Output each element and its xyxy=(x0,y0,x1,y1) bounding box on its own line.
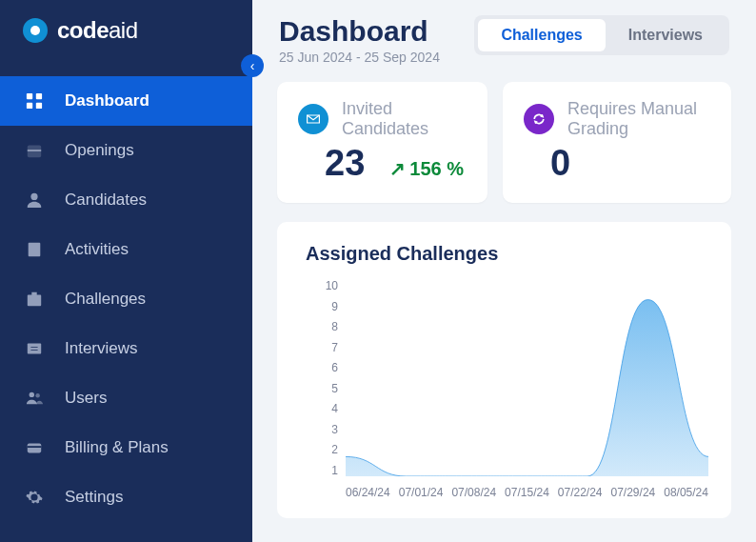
sidebar-item-candidates[interactable]: Candidates xyxy=(0,175,252,225)
main-content: Dashboard 25 Jun 2024 - 25 Sep 2024 Chal… xyxy=(252,0,756,542)
logo-mark-icon xyxy=(23,18,48,43)
card-value: 0 xyxy=(550,143,570,184)
svg-rect-9 xyxy=(28,446,41,448)
sidebar-nav: Dashboard Openings Candidates Activities… xyxy=(0,61,252,522)
svg-rect-1 xyxy=(36,93,42,99)
settings-icon xyxy=(25,488,44,507)
tab-challenges[interactable]: Challenges xyxy=(478,19,605,51)
tab-interviews[interactable]: Interviews xyxy=(606,19,726,51)
chart-title: Assigned Challenges xyxy=(306,243,708,265)
sidebar-item-label: Dashboard xyxy=(65,91,149,110)
candidates-icon xyxy=(25,191,44,210)
y-tick: 2 xyxy=(311,444,338,455)
sidebar-item-settings[interactable]: Settings xyxy=(0,472,252,522)
sidebar-item-openings[interactable]: Openings xyxy=(0,126,252,175)
svg-rect-5 xyxy=(28,344,41,354)
x-tick: 07/08/24 xyxy=(451,486,496,499)
collapse-sidebar-button[interactable]: ‹ xyxy=(241,54,264,77)
x-tick: 06/24/24 xyxy=(346,486,390,499)
y-tick: 8 xyxy=(311,321,338,332)
x-tick: 07/01/24 xyxy=(399,486,444,499)
sidebar: codeaid ‹ Dashboard Openings Candidates … xyxy=(0,0,252,542)
sidebar-item-billing[interactable]: Billing & Plans xyxy=(0,423,252,472)
challenges-icon xyxy=(25,290,44,309)
y-tick: 4 xyxy=(311,403,338,414)
x-tick: 07/22/24 xyxy=(558,486,603,499)
card-change-value: 156 % xyxy=(409,158,464,180)
card-value: 23 xyxy=(325,143,365,184)
logo[interactable]: codeaid xyxy=(0,0,252,61)
svg-rect-8 xyxy=(28,444,41,453)
openings-icon xyxy=(25,141,44,160)
chart-assigned-challenges: Assigned Challenges 10 9 8 7 6 5 4 3 2 1 xyxy=(277,222,731,518)
y-tick: 9 xyxy=(311,301,338,312)
date-range: 25 Jun 2024 - 25 Sep 2024 xyxy=(279,50,440,65)
interviews-icon xyxy=(25,339,44,358)
chart-x-axis: 06/24/24 07/01/24 07/08/24 07/15/24 07/2… xyxy=(346,486,708,499)
chart-y-axis: 10 9 8 7 6 5 4 3 2 1 xyxy=(311,280,338,476)
logo-text-bold: code xyxy=(57,17,109,43)
sidebar-item-label: Openings xyxy=(65,141,134,160)
dashboard-icon xyxy=(25,91,44,110)
sidebar-item-label: Users xyxy=(65,389,107,408)
sidebar-item-label: Activities xyxy=(65,240,129,259)
y-tick: 3 xyxy=(311,424,338,435)
svg-rect-0 xyxy=(27,93,32,99)
y-tick: 1 xyxy=(311,465,338,476)
activities-icon xyxy=(25,240,44,259)
svg-point-4 xyxy=(30,193,37,200)
card-label: Requires Manual Grading xyxy=(567,99,710,139)
y-tick: 6 xyxy=(311,362,338,373)
chart-area: 10 9 8 7 6 5 4 3 2 1 06/24/24 07/01/24 xyxy=(311,280,708,499)
sidebar-item-label: Candidates xyxy=(65,191,147,210)
arrow-up-right-icon: ↗ xyxy=(389,157,406,180)
sidebar-item-label: Challenges xyxy=(65,290,146,309)
chart-plot xyxy=(346,280,708,476)
card-invited-candidates: Invited Candidates 23 ↗ 156 % xyxy=(277,82,487,203)
card-change: ↗ 156 % xyxy=(389,157,464,180)
svg-point-7 xyxy=(35,393,40,398)
sidebar-item-users[interactable]: Users xyxy=(0,373,252,423)
sidebar-item-label: Billing & Plans xyxy=(65,438,169,457)
mail-icon xyxy=(298,104,328,134)
y-tick: 5 xyxy=(311,383,338,394)
sidebar-item-dashboard[interactable]: Dashboard xyxy=(0,76,252,126)
card-label: Invited Candidates xyxy=(342,99,467,139)
x-tick: 07/29/24 xyxy=(611,486,656,499)
page-title: Dashboard xyxy=(279,15,440,48)
svg-rect-2 xyxy=(27,103,32,109)
svg-point-6 xyxy=(30,392,34,397)
sidebar-item-interviews[interactable]: Interviews xyxy=(0,324,252,373)
sidebar-item-challenges[interactable]: Challenges xyxy=(0,274,252,324)
y-tick: 10 xyxy=(311,280,338,291)
x-tick: 07/15/24 xyxy=(505,486,549,499)
sidebar-item-label: Settings xyxy=(65,488,123,507)
refresh-icon xyxy=(524,104,554,134)
stat-cards: Invited Candidates 23 ↗ 156 % Requires M… xyxy=(252,82,756,203)
svg-rect-3 xyxy=(36,103,42,109)
users-icon xyxy=(25,389,44,408)
logo-text-light: aid xyxy=(109,17,138,43)
chevron-left-icon: ‹ xyxy=(250,58,255,73)
card-manual-grading: Requires Manual Grading 0 xyxy=(503,82,731,203)
sidebar-item-activities[interactable]: Activities xyxy=(0,225,252,274)
header: Dashboard 25 Jun 2024 - 25 Sep 2024 Chal… xyxy=(252,0,756,82)
sidebar-item-label: Interviews xyxy=(65,339,138,358)
y-tick: 7 xyxy=(311,342,338,353)
x-tick: 08/05/24 xyxy=(664,486,708,499)
view-tabs: Challenges Interviews xyxy=(474,15,729,55)
billing-icon xyxy=(25,438,44,457)
